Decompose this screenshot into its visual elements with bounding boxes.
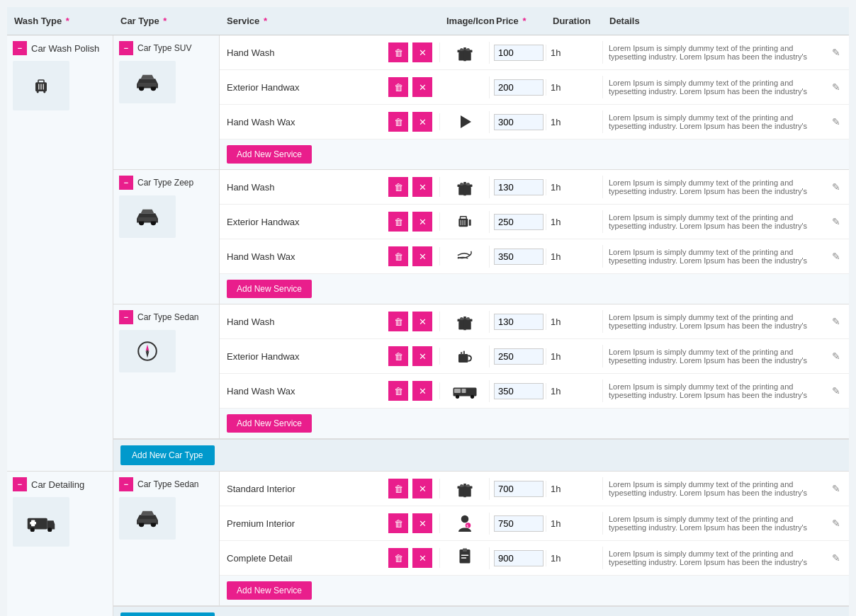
service-price-input-s4[interactable] (494, 179, 544, 195)
service-duration-s7: 1h (546, 314, 602, 330)
service-delete-s10[interactable]: 🗑 (388, 479, 408, 498)
service-close-s7[interactable]: ✕ (412, 312, 432, 331)
service-image-s3[interactable] (439, 113, 489, 130)
service-price-input-s2[interactable] (494, 79, 544, 96)
svg-rect-37 (454, 389, 461, 393)
service-edit-s5[interactable]: ✎ (829, 215, 843, 229)
car-type-delete-1-0[interactable]: − (119, 477, 133, 491)
service-price-input-s5[interactable] (494, 214, 544, 230)
add-service-button-0-0[interactable]: Add New Service (227, 145, 312, 164)
service-image-s9[interactable] (439, 382, 489, 399)
service-delete-s3[interactable]: 🗑 (388, 112, 408, 132)
service-details-text-s12: Lorem Ipsum is simply dummy text of the … (609, 549, 825, 566)
service-edit-s12[interactable]: ✎ (829, 551, 843, 565)
add-service-row-1-0: Add New Service (220, 576, 849, 605)
service-close-s11[interactable]: ✕ (412, 513, 432, 533)
svg-text:$: $ (466, 524, 468, 528)
service-edit-s2[interactable]: ✎ (829, 80, 843, 94)
service-image-s6[interactable] (439, 247, 489, 266)
service-edit-s4[interactable]: ✎ (829, 180, 843, 194)
add-service-button-0-1[interactable]: Add New Service (227, 280, 312, 298)
car-type-delete-0-2[interactable]: − (119, 310, 133, 324)
service-details-cell-s1: Lorem Ipsum is simply dummy text of the … (602, 41, 849, 64)
service-price-input-s10[interactable] (494, 481, 544, 497)
service-name-cell-s2: Exterior Handwax🗑✕ (220, 74, 439, 100)
service-details-cell-s4: Lorem Ipsum is simply dummy text of the … (602, 176, 849, 198)
service-close-s1[interactable]: ✕ (412, 42, 432, 62)
add-car-type-button-0[interactable]: Add New Car Type (120, 445, 215, 465)
service-close-s10[interactable]: ✕ (412, 479, 432, 498)
service-delete-s8[interactable]: 🗑 (388, 346, 408, 366)
service-edit-s9[interactable]: ✎ (829, 384, 843, 398)
car-type-block-0-2: −Car Type SedanHand Wash🗑✕1hLorem Ipsum … (113, 304, 849, 439)
add-service-button-0-2[interactable]: Add New Service (227, 414, 312, 433)
wash-type-name-1: Car Detailing (31, 479, 84, 490)
service-delete-s11[interactable]: 🗑 (388, 513, 408, 533)
service-price-input-s11[interactable] (494, 515, 544, 532)
service-image-s11[interactable]: $ (439, 513, 489, 533)
service-delete-s9[interactable]: 🗑 (388, 381, 408, 401)
car-type-delete-0-1[interactable]: − (119, 176, 133, 190)
service-close-s3[interactable]: ✕ (412, 112, 432, 132)
service-name-s5: Exterior Handwax (227, 217, 384, 227)
service-details-text-s11: Lorem Ipsum is simply dummy text of the … (609, 515, 825, 532)
service-price-input-s3[interactable] (494, 114, 544, 130)
service-price-cell-s5 (489, 211, 546, 233)
service-details-text-s10: Lorem Ipsum is simply dummy text of the … (609, 480, 825, 497)
service-edit-s3[interactable]: ✎ (829, 115, 843, 129)
table-row: Hand Wash🗑✕1hLorem Ipsum is simply dummy… (220, 35, 849, 70)
service-close-s9[interactable]: ✕ (412, 381, 432, 401)
wash-type-delete-0[interactable]: − (13, 41, 27, 55)
wash-type-col-0: −Car Wash Polish (7, 35, 113, 471)
wash-type-badge-0: −Car Wash Polish (13, 41, 99, 55)
service-edit-s10[interactable]: ✎ (829, 481, 843, 496)
service-image-s5[interactable] (439, 212, 489, 231)
add-service-button-1-0[interactable]: Add New Service (227, 581, 312, 600)
table-row: Standard Interior🗑✕1hLorem Ipsum is simp… (220, 472, 849, 506)
service-close-s2[interactable]: ✕ (412, 77, 432, 97)
service-delete-s6[interactable]: 🗑 (388, 246, 408, 266)
service-price-input-s12[interactable] (494, 550, 544, 566)
service-edit-s7[interactable]: ✎ (829, 314, 843, 329)
service-price-cell-s12 (489, 547, 546, 569)
service-delete-s2[interactable]: 🗑 (388, 77, 408, 97)
service-image-s12[interactable] (439, 548, 489, 568)
service-delete-s5[interactable]: 🗑 (388, 212, 408, 232)
service-close-s12[interactable]: ✕ (412, 548, 432, 568)
service-image-s7[interactable] (439, 312, 489, 331)
service-delete-s1[interactable]: 🗑 (388, 42, 408, 62)
car-type-col-0-1: −Car Type Zeep (113, 170, 220, 304)
service-image-s10[interactable] (439, 479, 489, 498)
service-details-cell-s3: Lorem Ipsum is simply dummy text of the … (602, 110, 849, 133)
service-name-s1: Hand Wash (227, 47, 384, 58)
service-close-s8[interactable]: ✕ (412, 346, 432, 366)
wash-type-delete-1[interactable]: − (13, 477, 27, 491)
add-car-type-button-1[interactable]: Add New Car Type (120, 612, 215, 616)
svg-marker-13 (461, 115, 471, 128)
service-details-text-s7: Lorem Ipsum is simply dummy text of the … (609, 313, 825, 330)
service-price-input-s6[interactable] (494, 249, 544, 265)
service-close-s5[interactable]: ✕ (412, 212, 432, 232)
service-delete-s4[interactable]: 🗑 (388, 177, 408, 197)
car-type-name-0-0: Car Type SUV (137, 43, 191, 53)
service-edit-s8[interactable]: ✎ (829, 349, 843, 363)
services-col-0-0: Hand Wash🗑✕1hLorem Ipsum is simply dummy… (220, 35, 849, 169)
service-image-s4[interactable] (439, 177, 489, 197)
service-close-s4[interactable]: ✕ (412, 177, 432, 197)
table-row: Exterior Handwax🗑✕1hLorem Ipsum is simpl… (220, 70, 849, 105)
service-image-s1[interactable] (439, 42, 489, 62)
service-edit-s11[interactable]: ✎ (829, 516, 843, 530)
service-price-input-s8[interactable] (494, 348, 544, 365)
service-price-input-s9[interactable] (494, 383, 544, 399)
service-close-s6[interactable]: ✕ (412, 246, 432, 266)
service-price-input-s7[interactable] (494, 314, 544, 330)
service-name-s4: Hand Wash (227, 182, 384, 193)
service-duration-text-s12: 1h (551, 553, 561, 564)
car-type-delete-0-0[interactable]: − (119, 41, 133, 55)
service-price-input-s1[interactable] (494, 45, 544, 61)
service-image-s8[interactable] (439, 348, 489, 365)
service-delete-s12[interactable]: 🗑 (388, 548, 408, 568)
service-edit-s1[interactable]: ✎ (829, 45, 843, 59)
service-delete-s7[interactable]: 🗑 (388, 312, 408, 331)
service-edit-s6[interactable]: ✎ (829, 249, 843, 263)
